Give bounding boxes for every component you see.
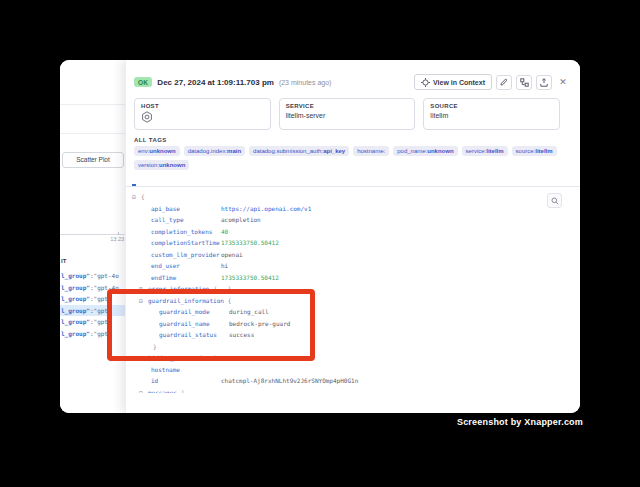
tag-pill[interactable]: service:litellm (462, 146, 508, 156)
edit-button[interactable] (496, 75, 512, 90)
attribute-key: hostname (151, 364, 221, 376)
scatter-plot-button[interactable]: Scatter Plot (62, 152, 124, 168)
close-button[interactable]: ✕ (556, 75, 570, 89)
attribute-key: completionStartTime (151, 237, 221, 249)
tag-value: unknown (149, 148, 175, 154)
tab-bar (126, 177, 580, 187)
attribute-row[interactable]: ⊟custom_llm_provideropenai (129, 249, 580, 261)
attribute-row[interactable]: ⊟guardrail_modeduring_call (129, 306, 580, 318)
info-box-value: litellm-server (286, 112, 409, 119)
tag-value: api_key (323, 148, 345, 154)
export-button[interactable] (536, 75, 552, 90)
attribute-row[interactable]: ⊟completion_tokens40 (129, 226, 580, 238)
tag-pill[interactable]: hostname: (353, 146, 389, 156)
list-item[interactable]: l_group":"gpt- (60, 328, 125, 340)
attribute-value: } (153, 341, 157, 353)
tag-pill[interactable]: version:unknown (134, 160, 189, 170)
tag-key: datadog.submission_auth: (253, 148, 323, 154)
attribute-value: openai (221, 249, 243, 261)
attribute-row[interactable]: ⊞error_information{...} (129, 283, 580, 295)
list-item[interactable]: l_group":"gpt-4o (60, 282, 125, 294)
attribute-key: guardrail_name (159, 318, 229, 330)
tag-pill[interactable]: datadog.index:main (184, 146, 245, 156)
list-item-key: l_group" (61, 307, 90, 314)
attribute-row[interactable]: ⊟guardrail_statussuccess (129, 329, 580, 341)
attribute-row[interactable]: ⊟guardrail_namebedrock-pre-guard (129, 318, 580, 330)
attribute-key: completion_tokens (151, 226, 221, 238)
crosshair-icon (421, 78, 430, 87)
attribute-value: 40 (221, 226, 228, 238)
all-tags-label: ALL TAGS (134, 137, 568, 143)
tag-pill[interactable]: env:unknown (134, 146, 180, 156)
attribute-value: 1735333750.50412 (221, 272, 279, 284)
event-detail-panel: OK Dec 27, 2024 at 1:09:11.703 pm (23 mi… (125, 60, 580, 413)
attribute-key: hidden_params (148, 352, 195, 364)
list-item-key: l_group" (61, 284, 90, 291)
tab[interactable] (168, 177, 172, 186)
attribute-key: endTime (151, 272, 221, 284)
list-item-value: :"gpt- (90, 307, 112, 314)
tab[interactable] (150, 177, 154, 186)
background-page: Scatter Plot 13:23 IT l_group":"gpt-4ol_… (60, 60, 125, 413)
attribute-key: guardrail_status (159, 329, 229, 341)
attribute-key: call_type (151, 214, 221, 226)
expander-icon[interactable]: ⊞ (139, 352, 148, 364)
expander-icon[interactable]: ⊟ (139, 295, 148, 307)
attribute-value: hi (221, 260, 228, 272)
chart-x-axis (60, 234, 125, 235)
tag-pill[interactable]: datadog.submission_auth:api_key (249, 146, 349, 156)
tag-value: litellm (535, 148, 552, 154)
attribute-key: guardrail_mode (159, 306, 229, 318)
list-item-value: :"gpt- (90, 318, 112, 325)
related-events-button[interactable] (516, 75, 532, 90)
tags-list: env:unknowndatadog.index:maindatadog.sub… (134, 146, 568, 170)
attribute-value: [ (181, 387, 185, 394)
attribute-value: acompletion (221, 214, 261, 226)
divider (60, 133, 125, 134)
pencil-icon (500, 78, 508, 86)
tag-pill[interactable]: source:litellm (512, 146, 557, 156)
info-boxes: HOST SERVICE litellm-server SOURCE litel… (134, 98, 560, 130)
attribute-row[interactable]: ⊟endTime1735333750.50412 (129, 272, 580, 284)
attribute-row[interactable]: ⊟idchatcmpl-Aj8rxhNLht9v2J6rSNYOmp4pH0G1… (129, 375, 580, 387)
list-item-key: l_group" (61, 272, 90, 279)
attribute-row[interactable]: ⊟completionStartTime1735333750.50412 (129, 237, 580, 249)
attribute-row[interactable]: ⊟api_basehttps://api.openai.com/v1 (129, 203, 580, 215)
info-box-label: HOST (141, 103, 264, 109)
attribute-row[interactable]: ⊞hidden_params{...} (129, 352, 580, 364)
list-item-value: :"gpt-4o (90, 284, 119, 291)
info-box-value: litellm (430, 112, 553, 119)
attribute-row[interactable]: ⊟call_typeacompletion (129, 214, 580, 226)
attribute-row[interactable]: ⊟end_userhi (129, 260, 580, 272)
tab[interactable] (132, 177, 136, 186)
list-item-key: l_group" (61, 295, 90, 302)
expander-icon[interactable]: ⊞ (139, 283, 148, 295)
close-icon: ✕ (559, 77, 567, 87)
attribute-value: during_call (229, 306, 269, 318)
status-badge: OK (134, 77, 152, 87)
attribute-row[interactable]: ⊟guardrail_information{ (129, 295, 580, 307)
export-icon (540, 78, 548, 87)
tags-section: ALL TAGS env:unknowndatadog.index:mainda… (134, 137, 568, 170)
attribute-value: chatcmpl-Aj8rxhNLht9v2J6rSNYOmp4pH0G1n (221, 375, 358, 387)
attribute-row[interactable]: ⊟} (129, 341, 580, 353)
list-item[interactable]: l_group":"gpt- (60, 293, 125, 305)
expander-icon[interactable]: ⊟ (139, 387, 148, 394)
expander-icon[interactable]: ⊟ (132, 191, 141, 203)
attribute-key: end_user (151, 260, 221, 272)
axis-tick-label: 13:23 (110, 236, 124, 242)
search-button[interactable] (547, 193, 562, 208)
list-item[interactable]: l_group":"gpt-4o (60, 270, 125, 282)
list-item[interactable]: l_group":"gpt- (60, 305, 125, 317)
list-item[interactable]: l_group":"gpt- (60, 316, 125, 328)
tag-pill[interactable]: pod_name:unknown (393, 146, 457, 156)
list-item-key: l_group" (61, 330, 90, 337)
search-icon (551, 197, 559, 205)
attribute-row[interactable]: ⊟messages[ (129, 387, 580, 394)
attribute-value: https://api.openai.com/v1 (221, 203, 311, 215)
view-in-context-button[interactable]: View in Context (414, 74, 492, 90)
attribute-row[interactable]: ⊟{ (129, 191, 580, 203)
divider (60, 104, 125, 105)
tag-value: unknown (427, 148, 453, 154)
attribute-row[interactable]: ⊟hostname (129, 364, 580, 376)
